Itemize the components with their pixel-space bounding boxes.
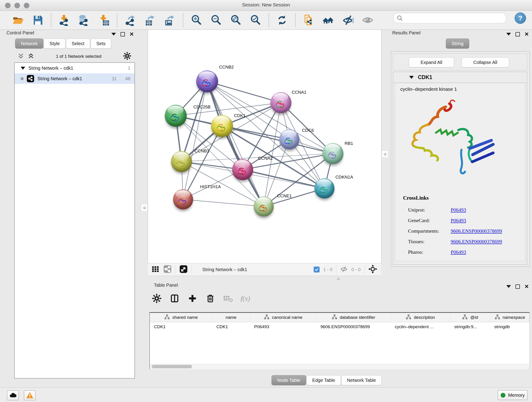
- crosslink-value-link[interactable]: P06493: [451, 249, 466, 255]
- search-input[interactable]: [405, 14, 502, 22]
- zoom-out-icon[interactable]: [210, 14, 222, 26]
- bottom-splitter-handle[interactable]: [337, 277, 340, 280]
- warnings-button[interactable]: [24, 390, 36, 400]
- network-view-toolbar: String Network – cdk1 1 - 0 0 - 0: [148, 263, 381, 276]
- expand-all-networks-icon[interactable]: [27, 52, 34, 60]
- tab-style[interactable]: Style: [44, 38, 65, 49]
- results-buttons-box: Expand All Collapse All: [393, 53, 527, 70]
- column-header-canonical-name[interactable]: canonical name: [250, 313, 316, 322]
- tab-node-table[interactable]: Node Table: [272, 375, 306, 385]
- string-import-icon[interactable]: [303, 14, 315, 26]
- crosslink-value-link[interactable]: 9606.ENSP00000378699: [451, 228, 502, 234]
- network-collection-label: String Network – cdk1: [28, 65, 73, 71]
- delete-column-icon[interactable]: [205, 293, 216, 304]
- grid-view-icon[interactable]: [152, 265, 160, 274]
- import-network-from-database-icon[interactable]: [78, 14, 90, 26]
- column-header-shared-name[interactable]: shared name: [150, 313, 212, 322]
- network-node-rb1[interactable]: [322, 143, 343, 164]
- tab-select[interactable]: Select: [66, 38, 90, 49]
- crosslink-row: Compartments:9606.ENSP00000378699: [408, 226, 502, 236]
- network-node-ccne1[interactable]: [254, 196, 274, 217]
- network-share-icon[interactable]: [163, 265, 172, 274]
- network-node-ccna2[interactable]: [232, 159, 253, 180]
- panel-float-icon[interactable]: [515, 284, 520, 289]
- protein-card-header[interactable]: CDK1: [393, 72, 527, 83]
- tab-network-table[interactable]: Network Table: [341, 375, 382, 385]
- refresh-icon[interactable]: [276, 14, 288, 26]
- network-canvas[interactable]: CCNB2 CCNA1 CDC25B CDK1 CDC6 RB1 CCNB1 C…: [148, 30, 381, 263]
- tab-network[interactable]: Network: [15, 38, 43, 49]
- collapse-protein-icon[interactable]: [409, 76, 414, 79]
- column-label: database identifier: [340, 315, 375, 320]
- column-header--id[interactable]: @id: [450, 313, 490, 322]
- export-table-icon[interactable]: [144, 14, 156, 26]
- show-columns-icon[interactable]: [169, 293, 180, 304]
- network-options-gear-icon[interactable]: [123, 52, 131, 61]
- crosslink-row: GeneCard:P06493: [408, 215, 466, 226]
- panel-float-icon[interactable]: [515, 32, 520, 36]
- collapse-all-button[interactable]: Collapse All: [462, 57, 509, 67]
- save-session-icon[interactable]: [32, 14, 44, 26]
- network-row[interactable]: String Network – cdk1 11 48: [15, 73, 134, 84]
- crosslink-value-link[interactable]: P06493: [451, 207, 466, 213]
- memory-button[interactable]: Memory: [498, 390, 528, 400]
- scrollbar-thumb[interactable]: [152, 365, 192, 368]
- tree-expand-icon[interactable]: [21, 67, 25, 70]
- panel-close-icon[interactable]: ✕: [525, 32, 529, 36]
- detach-view-icon[interactable]: [179, 265, 188, 274]
- crosslink-row: Pharos:P06493: [408, 247, 466, 257]
- control-panel-tabs: NetworkStyleSelectSets: [15, 38, 112, 49]
- birds-eye-view-icon[interactable]: [368, 264, 377, 274]
- column-header-database-identifier[interactable]: database identifier: [317, 313, 391, 322]
- network-node-ccnb2[interactable]: [196, 70, 218, 92]
- crosslink-value-link[interactable]: 9606.ENSP00000378699: [451, 239, 502, 245]
- table-settings-gear-icon[interactable]: [151, 293, 162, 304]
- string-homes-icon[interactable]: [322, 14, 334, 26]
- network-node-hist1h1a[interactable]: [173, 189, 193, 210]
- network-status-dot: [21, 77, 24, 80]
- panel-float-icon[interactable]: [120, 32, 125, 36]
- open-session-icon[interactable]: [12, 14, 24, 26]
- panel-collapse-icon[interactable]: [506, 33, 511, 36]
- network-node-ccnb1[interactable]: [171, 151, 192, 172]
- column-header-name[interactable]: name: [212, 313, 250, 322]
- column-header-description[interactable]: description: [391, 313, 450, 322]
- export-image-icon[interactable]: [164, 14, 176, 26]
- tab-sets[interactable]: Sets: [90, 38, 111, 49]
- add-column-icon[interactable]: [187, 293, 198, 304]
- network-node-cdc6[interactable]: [279, 129, 299, 149]
- import-table-icon[interactable]: [98, 14, 110, 26]
- network-node-cdk1[interactable]: [211, 115, 233, 137]
- selected-count-checkbox[interactable]: [314, 267, 320, 273]
- tab-edge-table[interactable]: Edge Table: [307, 375, 341, 385]
- zoom-in-icon[interactable]: [190, 14, 202, 26]
- network-node-cdc25b[interactable]: [165, 105, 187, 127]
- table-row[interactable]: CDK1CDK1P064939606.ENSP00000378699cyclin…: [150, 322, 530, 332]
- cloud-status-button[interactable]: [7, 390, 19, 400]
- protein-structure-image: [402, 96, 502, 191]
- network-selection-summary: 1 of 1 Network selected: [34, 54, 123, 59]
- tab-string[interactable]: String: [446, 38, 469, 49]
- import-network-icon[interactable]: [58, 14, 70, 26]
- network-node-ccna1[interactable]: [270, 92, 291, 113]
- expand-all-button[interactable]: Expand All: [409, 57, 454, 67]
- right-splitter-handle[interactable]: [382, 150, 388, 158]
- panel-collapse-icon[interactable]: [506, 285, 511, 288]
- help-button[interactable]: ?: [515, 12, 526, 24]
- table-horizontal-scrollbar: [150, 364, 530, 369]
- network-edges: [148, 30, 381, 263]
- column-header-namespace[interactable]: namespace: [490, 313, 530, 322]
- collapse-all-networks-icon[interactable]: [17, 52, 24, 60]
- zoom-fit-icon[interactable]: [230, 14, 242, 26]
- crosslinks-heading: CrossLinks: [403, 195, 429, 201]
- panel-close-icon[interactable]: ✕: [129, 32, 134, 36]
- crosslink-value-link[interactable]: P06493: [451, 217, 466, 223]
- network-node-cdkn1a[interactable]: [314, 178, 335, 198]
- export-network-icon[interactable]: [124, 14, 136, 26]
- zoom-selected-icon[interactable]: [249, 14, 261, 26]
- left-splitter-handle[interactable]: [141, 204, 147, 211]
- hide-selected-icon[interactable]: [342, 14, 354, 26]
- panel-collapse-icon[interactable]: [111, 33, 116, 36]
- network-collection-row[interactable]: String Network – cdk1 1: [15, 63, 134, 73]
- panel-close-icon[interactable]: ✕: [525, 284, 529, 289]
